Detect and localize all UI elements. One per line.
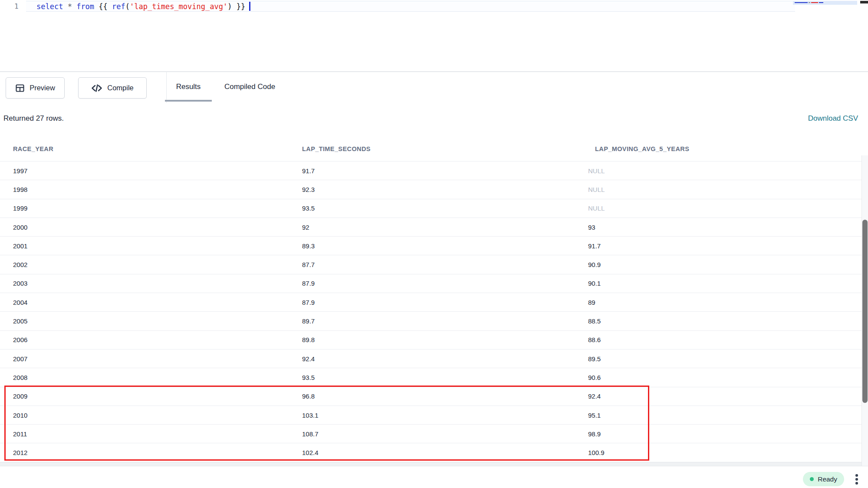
table-row: 200487.989 <box>0 293 861 311</box>
tab-compiled-code[interactable]: Compiled Code <box>212 72 287 102</box>
table-row: 199791.7NULL <box>0 161 861 180</box>
table-cell: 2010 <box>0 412 302 419</box>
column-header-race-year: RACE_YEAR <box>0 145 302 152</box>
results-toolbar: Preview Compile ResultsCompiled Code <box>0 71 868 103</box>
table-cell: 88.6 <box>588 336 861 343</box>
table-cell: 88.5 <box>588 317 861 325</box>
code-token: }} <box>237 2 245 11</box>
table-cell: 2003 <box>0 280 302 287</box>
results-scrollbar-thumb[interactable] <box>862 220 868 403</box>
table-cell: 93 <box>588 224 861 231</box>
table-body: 199791.7NULL199892.3NULL199993.5NULL2000… <box>0 161 861 462</box>
table-cell: 1999 <box>0 204 302 212</box>
active-tab-underline <box>165 100 212 102</box>
code-line[interactable]: select * from {{ ref('lap_times_moving_a… <box>36 1 250 12</box>
status-bar: Ready <box>0 466 868 488</box>
table-cell: NULL <box>588 167 861 175</box>
status-dot-icon <box>810 477 814 481</box>
table-cell: 1998 <box>0 186 302 193</box>
kebab-menu-icon[interactable] <box>853 473 861 485</box>
table-row: 2012102.4100.9 <box>0 443 861 462</box>
table-cell: 92.3 <box>302 186 588 193</box>
sql-editor[interactable]: 1 select * from {{ ref('lap_times_moving… <box>0 0 868 71</box>
download-csv-link[interactable]: Download CSV <box>808 114 858 123</box>
table-row: 200792.489.5 <box>0 349 861 368</box>
table-cell: NULL <box>588 186 861 193</box>
table-cell: 91.7 <box>302 167 588 175</box>
code-token: ( <box>125 2 130 11</box>
table-row: 200189.391.7 <box>0 236 861 255</box>
table-cell: 2012 <box>0 449 302 456</box>
column-header-lap-time-seconds: LAP_TIME_SECONDS <box>302 145 588 152</box>
table-cell: 90.1 <box>588 280 861 287</box>
status-label: Ready <box>818 475 837 483</box>
code-brackets-icon <box>91 83 102 93</box>
row-count-text: Returned 27 rows. <box>3 114 64 123</box>
compile-button-label: Compile <box>107 84 134 92</box>
table-cell: 87.9 <box>302 299 588 306</box>
table-cell: 2006 <box>0 336 302 343</box>
table-cell: 2002 <box>0 261 302 268</box>
table-cell: 91.7 <box>588 242 861 250</box>
table-cell: 90.6 <box>588 374 861 381</box>
status-badge[interactable]: Ready <box>803 472 844 486</box>
table-cell: 98.9 <box>588 430 861 438</box>
table-cell: 2005 <box>0 317 302 325</box>
table-cell: 2001 <box>0 242 302 250</box>
table-row: 200996.892.4 <box>0 387 861 406</box>
table-row: 2010103.195.1 <box>0 406 861 424</box>
table-cell: 95.1 <box>588 412 861 419</box>
minimap-code-mark <box>811 2 818 3</box>
table-cell: 108.7 <box>302 430 588 438</box>
table-cell: 89.8 <box>302 336 588 343</box>
line-number: 1 <box>14 1 19 12</box>
code-token: from <box>76 2 99 11</box>
table-cell: 2007 <box>0 355 302 363</box>
table-cell: 90.9 <box>588 261 861 268</box>
table-cell: 2004 <box>0 299 302 306</box>
code-token: select <box>36 2 68 11</box>
table-cell: 2011 <box>0 430 302 438</box>
text-cursor <box>249 2 250 11</box>
column-header-lap-moving-avg-5-years: LAP_MOVING_AVG_5_YEARS <box>588 145 861 152</box>
minimap-code-mark <box>809 2 810 3</box>
table-row: 2011108.798.9 <box>0 424 861 443</box>
editor-minimap[interactable] <box>793 1 857 5</box>
table-cell: 92 <box>302 224 588 231</box>
table-cell: 93.5 <box>302 204 588 212</box>
table-cell: 89.5 <box>588 355 861 363</box>
table-cell: NULL <box>588 204 861 212</box>
tab-results[interactable]: Results <box>165 72 212 102</box>
partial-next-row <box>0 462 861 466</box>
code-token: 'lap_times_moving_avg' <box>130 2 227 11</box>
table-cell: 87.9 <box>302 280 588 287</box>
table-row: 200589.788.5 <box>0 311 861 330</box>
table-cell: 1997 <box>0 167 302 175</box>
table-row: 200689.888.6 <box>0 330 861 349</box>
table-cell: 2008 <box>0 374 302 381</box>
table-cell: 89 <box>588 299 861 306</box>
minimap-code-mark <box>795 2 808 3</box>
table-row: 200287.790.9 <box>0 255 861 274</box>
code-token: {{ <box>99 2 112 11</box>
table-cell: 103.1 <box>302 412 588 419</box>
preview-button-label: Preview <box>30 84 55 92</box>
minimap-code-mark <box>819 2 823 3</box>
table-cell: 93.5 <box>302 374 588 381</box>
table-cell: 89.3 <box>302 242 588 250</box>
table-grid-icon <box>15 83 25 93</box>
table-cell: 96.8 <box>302 392 588 400</box>
table-row: 20009293 <box>0 218 861 236</box>
code-token: ref <box>112 2 125 11</box>
table-cell: 87.7 <box>302 261 588 268</box>
code-line-tokens: select * from {{ ref('lap_times_moving_a… <box>36 2 245 11</box>
table-cell: 2000 <box>0 224 302 231</box>
editor-scrollbar[interactable] <box>860 1 868 3</box>
compile-button[interactable]: Compile <box>78 77 147 99</box>
table-row: 199892.3NULL <box>0 180 861 198</box>
results-scrollbar-track[interactable] <box>861 155 868 466</box>
table-row: 199993.5NULL <box>0 199 861 218</box>
preview-button[interactable]: Preview <box>6 77 65 99</box>
results-table: RACE_YEAR LAP_TIME_SECONDS LAP_MOVING_AV… <box>0 137 861 466</box>
table-cell: 2009 <box>0 392 302 400</box>
